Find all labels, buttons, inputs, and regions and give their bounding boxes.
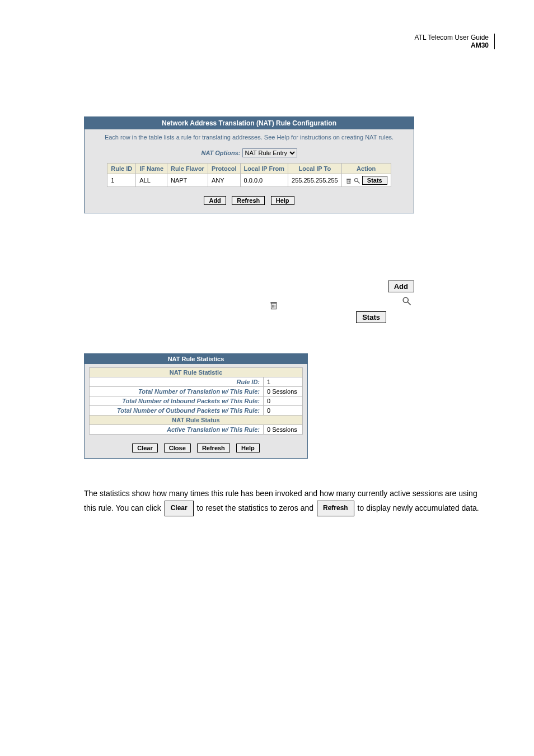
inline-clear-button[interactable]: Clear (165, 501, 194, 516)
val-total-trans: 0 Sessions (264, 387, 303, 396)
stats-button[interactable]: Stats (362, 176, 387, 185)
svg-line-13 (407, 302, 411, 305)
col-action: Action (341, 164, 391, 174)
val-rule-id: 1 (264, 377, 303, 387)
mid-magnify-icon[interactable] (402, 296, 412, 309)
val-outbound: 0 (264, 406, 303, 416)
nat-rule-table: Rule ID IF Name Rule Flavor Protocol Loc… (107, 163, 391, 187)
cell-local-from: 0.0.0.0 (240, 174, 288, 187)
stats-section2: NAT Rule Status (89, 416, 302, 425)
table-row: 1 ALL NAPT ANY 0.0.0.0 255.255.255.255 S… (107, 174, 391, 187)
stats-clear-button[interactable]: Clear (132, 444, 158, 452)
refresh-button[interactable]: Refresh (232, 196, 265, 205)
svg-rect-1 (346, 179, 351, 180)
mid-stats-button[interactable]: Stats (356, 311, 386, 323)
mid-trash-icon[interactable] (269, 300, 279, 312)
cell-local-to: 255.255.255.255 (288, 174, 342, 187)
magnify-icon[interactable] (354, 178, 360, 184)
doc-header-line2: AM30 (471, 41, 489, 49)
val-inbound: 0 (264, 396, 303, 406)
doc-header: ATL Telecom User Guide AM30 (84, 34, 495, 49)
nat-config-subtitle: Each row in the table lists a rule for t… (85, 129, 414, 148)
svg-rect-8 (270, 302, 277, 303)
stats-table: NAT Rule Statistic Rule ID: 1 Total Numb… (89, 367, 303, 435)
stats-section1: NAT Rule Statistic (89, 368, 302, 377)
cell-if-name: ALL (136, 174, 167, 187)
doc-header-line1: ATL Telecom User Guide (415, 34, 489, 41)
stats-title: NAT Rule Statistics (85, 354, 307, 364)
stats-help-button[interactable]: Help (236, 444, 260, 452)
nat-config-panel: Network Address Translation (NAT) Rule C… (84, 116, 414, 213)
lbl-outbound: Total Number of Outbound Packets w/ This… (89, 406, 263, 416)
body-paragraph: The statistics show how many times this … (84, 487, 487, 516)
stats-close-button[interactable]: Close (164, 444, 191, 452)
col-local-from: Local IP From (240, 164, 288, 174)
lbl-rule-id: Rule ID: (89, 377, 263, 387)
col-if-name: IF Name (136, 164, 167, 174)
nat-stats-panel: NAT Rule Statistics NAT Rule Statistic R… (84, 353, 308, 459)
svg-point-5 (354, 179, 358, 182)
body-t2: to reset the statistics to zeros and (197, 503, 316, 512)
inline-refresh-button[interactable]: Refresh (317, 501, 354, 516)
mid-add-button[interactable]: Add (388, 281, 414, 292)
col-local-to: Local IP To (288, 164, 342, 174)
lbl-active: Active Translation w/ This Rule: (89, 425, 263, 435)
body-t3: to display newly accumulated data. (358, 503, 479, 512)
cell-rule-id: 1 (107, 174, 136, 187)
stats-refresh-button[interactable]: Refresh (197, 444, 230, 452)
help-button[interactable]: Help (271, 196, 294, 205)
cell-protocol: ANY (208, 174, 240, 187)
mid-icons-block: Add Stats (84, 281, 414, 331)
col-rule-flavor: Rule Flavor (167, 164, 208, 174)
cell-rule-flavor: NAPT (167, 174, 208, 187)
svg-point-12 (403, 297, 408, 302)
svg-line-6 (357, 181, 359, 184)
nat-options-select[interactable]: NAT Rule Entry (242, 148, 297, 157)
col-protocol: Protocol (208, 164, 240, 174)
nat-options-label: NAT Options: (201, 150, 240, 156)
trash-icon[interactable] (345, 178, 352, 184)
nat-config-title: Network Address Translation (NAT) Rule C… (85, 117, 414, 129)
add-button[interactable]: Add (204, 196, 226, 205)
lbl-total-trans: Total Number of Translation w/ This Rule… (89, 387, 263, 396)
col-rule-id: Rule ID (107, 164, 136, 174)
lbl-inbound: Total Number of Inbound Packets w/ This … (89, 396, 263, 406)
val-active: 0 Sessions (264, 425, 303, 435)
